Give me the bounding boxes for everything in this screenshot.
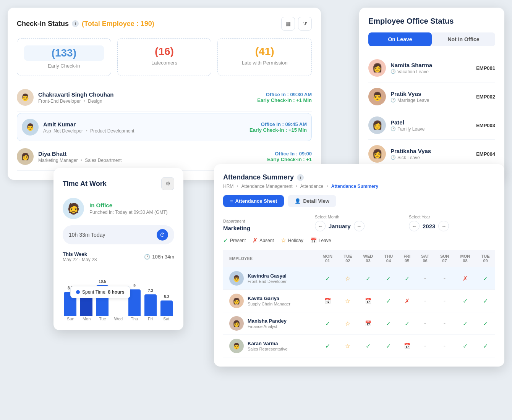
status-holiday-icon: ☆	[345, 298, 350, 304]
status-dash-icon: -	[444, 320, 446, 326]
day-cell: ✓	[358, 267, 379, 290]
bread-att-mgmt: Attendance Management	[241, 184, 293, 189]
attendance-summary-card: Attendance Summery i HRM • Attendance Ma…	[214, 164, 504, 367]
tab-not-in-office[interactable]: Not in Office	[432, 32, 495, 46]
status-present-icon: ✓	[405, 275, 410, 282]
bar-col[interactable]: 7.3	[144, 289, 157, 316]
employee-name: Patel	[390, 119, 471, 126]
status-present-icon: ✓	[325, 275, 330, 282]
tab-attendance-sheet[interactable]: ≡ Attendance Sheet	[223, 195, 284, 207]
table-header-row: EMPLOYEE MON01 TUE02 WED03 THU04 FRI05 S…	[223, 250, 495, 267]
status-dash-icon: -	[424, 275, 426, 281]
timer-button[interactable]: ⏱	[157, 229, 168, 241]
day-cell: 📅	[317, 290, 338, 312]
tab-on-leave[interactable]: On Leave	[368, 32, 432, 46]
employee-list: 👨 Chakravarti Singh Chouhan Front-End De…	[17, 84, 312, 171]
status-dash-icon: -	[444, 342, 446, 349]
table-row[interactable]: 👨Kavindra GasyalFront-End Developer✓☆✓✓✓…	[223, 267, 495, 290]
attendance-tabs: ≡ Attendance Sheet 👤 Detail View	[223, 195, 495, 207]
day-cell: -	[434, 312, 454, 335]
checkin-status-card: Check-in Status i (Total Employee : 190)…	[8, 8, 321, 180]
leave-type: 🕐 Family Leave	[390, 126, 471, 132]
bar-col[interactable]: 5.3	[160, 295, 173, 316]
checkin-stats: (133) Early Check-in (16) Latecomers (41…	[17, 38, 312, 76]
employee-role: Asp .Net Developer • Product Development	[43, 128, 245, 134]
status-leave-icon: 📅	[365, 320, 371, 326]
bar-col[interactable]	[112, 314, 125, 316]
employee-id: EMP001	[476, 65, 495, 71]
tab-detail-view[interactable]: 👤 Detail View	[288, 195, 336, 207]
leave-info: Namita Sharma 🕐 Vacation Leave	[390, 62, 471, 74]
day-cell: ☆	[338, 312, 358, 335]
checkin-header: Check-in Status i (Total Employee : 190)…	[17, 17, 312, 31]
status-dash-icon: -	[424, 297, 426, 304]
day-cell: ✓	[476, 267, 495, 290]
bread-hrm: HRM	[223, 184, 233, 189]
employee-status: Office In : 09:30 AM Early Check-in : +1…	[257, 92, 312, 103]
bar-day-label: Fri	[143, 317, 159, 321]
bar-day-label: Thu	[126, 317, 143, 321]
year-prev-button[interactable]: ←	[409, 221, 420, 231]
year-filter: Select Year ← 2023 →	[409, 215, 495, 231]
day-cell: ✓	[476, 335, 495, 357]
month-prev-button[interactable]: ←	[315, 221, 326, 231]
day-cell: -	[416, 267, 435, 290]
early-label: Early Check-in	[24, 63, 104, 69]
stat-latecomers: (16) Latecomers	[117, 38, 212, 76]
attendance-filters: Dapartment Marketing Select Month ← Janu…	[223, 215, 495, 231]
attendance-title: Attendance Summery i	[223, 173, 495, 181]
employee-row[interactable]: 👨 Chakravarti Singh Chouhan Front-End De…	[17, 84, 312, 111]
employee-name: Namita Sharma	[390, 62, 471, 68]
bar-day-label: Sat	[158, 317, 174, 321]
week-dates: May 22 - May 28	[63, 257, 97, 262]
year-next-button[interactable]: →	[438, 221, 449, 231]
status-present-icon: ✓	[483, 275, 488, 282]
att-info-icon[interactable]: i	[297, 174, 304, 181]
bar-col[interactable]: 8.3	[64, 286, 76, 316]
info-icon[interactable]: i	[72, 20, 79, 27]
late-count: (16)	[125, 45, 204, 58]
leave-item[interactable]: 👨 Pratik Vyas 🕐 Marriage Leave EMP002	[368, 82, 495, 111]
department-label: Dapartment	[223, 219, 307, 223]
chart-button[interactable]: ▦	[281, 17, 295, 31]
status-dash-icon: -	[444, 275, 446, 281]
leave-item[interactable]: 👩 Patel 🕐 Family Leave EMP003	[368, 111, 495, 140]
office-in-time: Office In : 09:45 AM	[250, 121, 307, 127]
col-mon08: MON08	[455, 250, 476, 267]
bar-chart: 8.3810.597.35.3	[63, 270, 174, 316]
table-row[interactable]: 👩Manisha PandeyFinance Analyst✓☆📅✓✓--✓✓	[223, 312, 495, 335]
day-cell: ✓	[379, 312, 399, 335]
employee-row-highlighted[interactable]: 👨 Amit Kumar Asp .Net Developer • Produc…	[17, 113, 312, 141]
status-dash-icon: -	[424, 320, 426, 326]
table-row[interactable]: 👨Karan VarmaSales Representative✓☆✓✓📅--✓…	[223, 335, 495, 357]
table-row[interactable]: 👩Kavita GariyaSupply Chain Manager📅☆📅✓✗-…	[223, 290, 495, 312]
legend-holiday: ☆ Holiday	[281, 237, 303, 244]
month-next-button[interactable]: →	[354, 221, 365, 231]
legend: ✓ Present ✗ Absent ☆ Holiday 📅 Leave	[223, 237, 495, 244]
employee-id: EMP004	[476, 151, 495, 157]
status-leave-icon: 📅	[324, 298, 331, 304]
punch-time: Punched In: Today at 09:30 AM (GMT)	[89, 210, 168, 215]
day-cell: ✓	[455, 335, 476, 357]
month-filter: Select Month ← January →	[315, 215, 401, 231]
employee-name: Amit Kumar	[43, 121, 245, 128]
filter-button[interactable]: ⧩	[298, 17, 312, 31]
bar-col[interactable]: 9	[128, 284, 141, 316]
chart-labels: SunMonTueWedThuFriSat	[63, 317, 174, 321]
early-checkin-time: Early Check-in : +15 Min	[250, 127, 307, 133]
day-cell: ✓	[399, 312, 416, 335]
settings-button[interactable]: ⚙	[161, 177, 174, 190]
col-thu04: THU04	[379, 250, 399, 267]
status-present-icon: ✓	[386, 275, 391, 282]
today-hours: 10h 33m Today	[69, 232, 105, 238]
week-section: This Week May 22 - May 28 🕐 106h 34m	[63, 251, 174, 262]
employee-role: Finance Analyst	[248, 324, 287, 329]
department-value[interactable]: Marketing	[223, 225, 307, 231]
early-count: (133)	[24, 45, 104, 61]
year-value: ← 2023 →	[409, 221, 495, 231]
avatar: 👨	[229, 271, 244, 286]
bar-col[interactable]: 10.5	[96, 279, 109, 316]
leave-item[interactable]: 👩 Namita Sharma 🕐 Vacation Leave EMP001	[368, 54, 495, 82]
day-cell: 📅	[358, 290, 379, 312]
bar-col[interactable]: 8	[80, 287, 92, 316]
